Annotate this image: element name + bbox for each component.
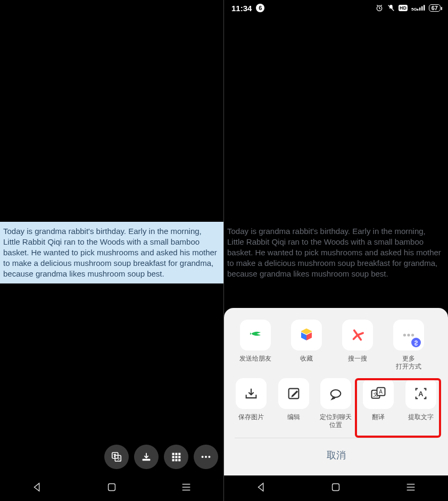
- svg-point-22: [403, 333, 406, 336]
- svg-point-13: [202, 456, 204, 458]
- svg-rect-18: [417, 9, 418, 11]
- tile-more-open-with[interactable]: 更多 打开方式: [388, 320, 429, 371]
- tile-label: 提取文字: [408, 413, 434, 421]
- tile-favorite[interactable]: 收藏: [286, 320, 327, 371]
- screen-left: Today is grandma rabbit's birthday. Earl…: [0, 0, 224, 501]
- chat-icon: [320, 378, 351, 409]
- tile-label: 发送给朋友: [239, 355, 271, 363]
- svg-rect-7: [172, 456, 175, 458]
- svg-point-14: [205, 456, 207, 458]
- translate-icon: A 文: [363, 378, 394, 409]
- translate-button[interactable]: 文: [104, 445, 129, 469]
- grid-button[interactable]: [164, 445, 188, 469]
- tile-label: 更多 打开方式: [396, 355, 421, 371]
- image-toolbar: 文: [104, 445, 218, 469]
- svg-rect-20: [421, 6, 422, 11]
- svg-point-23: [407, 333, 410, 336]
- nav-recent-icon[interactable]: [180, 481, 192, 495]
- notification-count: 6: [256, 4, 264, 12]
- story-text-selected[interactable]: Today is grandma rabbit's birthday. Earl…: [0, 222, 223, 283]
- download-button[interactable]: [134, 445, 159, 469]
- svg-rect-9: [178, 456, 180, 458]
- nav-home-icon[interactable]: [106, 481, 118, 495]
- svg-rect-5: [175, 453, 177, 455]
- battery-icon: 67: [429, 4, 441, 12]
- tile-label: 编辑: [287, 413, 300, 421]
- svg-rect-12: [178, 459, 180, 461]
- divider: [235, 438, 437, 438]
- tile-translate[interactable]: A 文 翻译: [360, 378, 397, 429]
- svg-rect-21: [424, 5, 425, 10]
- svg-text:A: A: [379, 389, 383, 395]
- more-button[interactable]: [194, 445, 218, 469]
- android-navbar: [224, 475, 448, 501]
- svg-rect-3: [143, 459, 151, 461]
- tile-locate-in-chat[interactable]: 定位到聊天 位置: [318, 378, 355, 429]
- alarm-icon: [375, 4, 384, 12]
- tile-send-to-friend[interactable]: 发送给朋友: [235, 320, 276, 371]
- tile-label: 收藏: [300, 355, 313, 363]
- svg-rect-10: [172, 459, 175, 461]
- svg-text:A: A: [418, 390, 423, 398]
- svg-rect-16: [109, 484, 115, 491]
- android-navbar: [0, 475, 223, 501]
- svg-text:文: 文: [117, 457, 120, 461]
- sheet-row-2: 保存图片 编辑 定位到聊天 位置 A: [230, 376, 442, 435]
- mute-icon: [387, 4, 395, 12]
- tile-edit[interactable]: 编辑: [275, 378, 312, 429]
- svg-rect-11: [175, 459, 177, 461]
- share-icon: [240, 320, 271, 350]
- clock-time: 11:34: [231, 4, 252, 13]
- miniprogram-badge-icon: [411, 338, 421, 347]
- tile-label: 搜一搜: [348, 355, 367, 363]
- tile-label: 保存图片: [238, 413, 264, 421]
- tile-search[interactable]: 搜一搜: [337, 320, 378, 371]
- spark-icon: [342, 320, 373, 350]
- svg-point-15: [208, 456, 210, 458]
- svg-point-24: [411, 333, 414, 336]
- svg-text:文: 文: [373, 391, 378, 397]
- cancel-button[interactable]: 取消: [230, 445, 442, 469]
- svg-rect-8: [175, 456, 177, 458]
- story-text-dimmed: Today is grandma rabbit's birthday. Earl…: [224, 222, 448, 283]
- nav-back-icon[interactable]: [31, 481, 43, 495]
- cube-icon: [291, 320, 322, 350]
- signal-icon: 5G: [411, 4, 426, 12]
- nav-home-icon[interactable]: [330, 481, 342, 495]
- hd-badge: HD: [399, 5, 408, 11]
- save-icon: [236, 378, 267, 409]
- sheet-row-1: 发送给朋友 收藏 搜一搜: [230, 318, 442, 376]
- nav-back-icon[interactable]: [255, 481, 267, 495]
- tile-extract-text[interactable]: A 提取文字: [402, 378, 439, 429]
- svg-rect-19: [419, 7, 420, 11]
- status-bar: 11:34 6 HD 5G 67: [224, 0, 448, 16]
- tile-save-image[interactable]: 保存图片: [233, 378, 270, 429]
- svg-rect-6: [178, 453, 180, 455]
- ocr-icon: A: [405, 378, 436, 409]
- svg-rect-31: [333, 484, 339, 491]
- tile-label: 定位到聊天 位置: [320, 413, 352, 429]
- tile-label: 翻译: [372, 413, 385, 421]
- svg-rect-4: [172, 453, 175, 455]
- edit-icon: [278, 378, 309, 409]
- screen-right: 11:34 6 HD 5G 67 Today is grandma rabbit…: [224, 0, 448, 501]
- action-sheet: 发送给朋友 收藏 搜一搜: [224, 308, 448, 475]
- nav-recent-icon[interactable]: [405, 481, 417, 495]
- more-icon: [393, 320, 424, 350]
